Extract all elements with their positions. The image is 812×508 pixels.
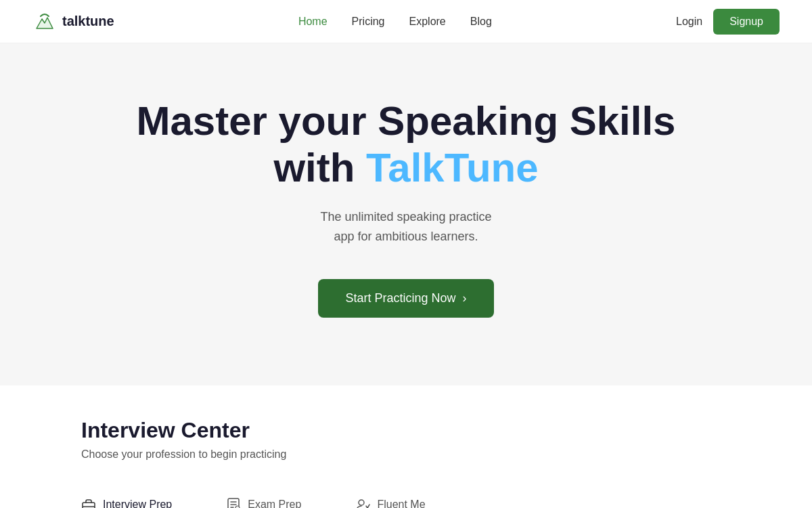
exam-icon: ✓ — [226, 497, 241, 508]
fluent-icon — [355, 497, 370, 508]
nav-actions: Login Signup — [676, 9, 780, 35]
login-button[interactable]: Login — [676, 16, 702, 28]
tab-exam-prep-label: Exam Prep — [248, 499, 301, 508]
hero-title-line2-prefix: with — [273, 145, 366, 190]
nav-item-blog[interactable]: Blog — [470, 16, 492, 28]
tab-fluent-me-label: Fluent Me — [377, 499, 425, 508]
svg-point-8 — [359, 500, 364, 505]
hero-title: Master your Speaking Skills with TalkTun… — [137, 98, 676, 191]
nav-link-explore[interactable]: Explore — [409, 16, 446, 27]
signup-button[interactable]: Signup — [713, 9, 780, 35]
logo[interactable]: talktune — [32, 9, 114, 34]
tab-exam-prep[interactable]: ✓ Exam Prep — [226, 488, 355, 508]
hero-title-brand: TalkTune — [366, 145, 538, 190]
hero-section: Master your Speaking Skills with TalkTun… — [0, 43, 812, 385]
interview-center-section: Interview Center Choose your profession … — [0, 385, 812, 508]
nav-item-explore[interactable]: Explore — [409, 16, 446, 28]
tab-fluent-me[interactable]: Fluent Me — [355, 488, 479, 508]
tabs-container: Interview Prep ✓ Exam Prep — [81, 488, 731, 508]
cta-label: Start Practicing Now — [345, 291, 455, 305]
nav-link-blog[interactable]: Blog — [470, 16, 492, 27]
logo-text: talktune — [62, 14, 114, 29]
navbar: talktune Home Pricing Explore Blog Login… — [0, 0, 812, 43]
hero-subtitle-line1: The unlimited speaking practice — [320, 210, 491, 224]
nav-link-pricing[interactable]: Pricing — [352, 16, 385, 27]
nav-item-pricing[interactable]: Pricing — [352, 16, 385, 28]
hero-subtitle: The unlimited speaking practice app for … — [320, 207, 491, 247]
section-title: Interview Center — [81, 418, 731, 443]
cta-arrow-icon: › — [463, 291, 467, 305]
hero-title-line1: Master your Speaking Skills — [137, 98, 676, 144]
nav-link-home[interactable]: Home — [298, 16, 328, 27]
nav-links: Home Pricing Explore Blog — [298, 16, 492, 28]
nav-item-home[interactable]: Home — [298, 16, 328, 28]
tab-interview-prep-label: Interview Prep — [103, 499, 172, 508]
briefcase-icon — [81, 497, 96, 508]
section-subtitle: Choose your profession to begin practici… — [81, 448, 731, 461]
hero-subtitle-line2: app for ambitious learners. — [334, 230, 478, 243]
tab-interview-prep[interactable]: Interview Prep — [81, 488, 226, 508]
svg-rect-0 — [83, 503, 95, 508]
logo-icon — [32, 9, 57, 34]
cta-button[interactable]: Start Practicing Now › — [318, 279, 493, 318]
